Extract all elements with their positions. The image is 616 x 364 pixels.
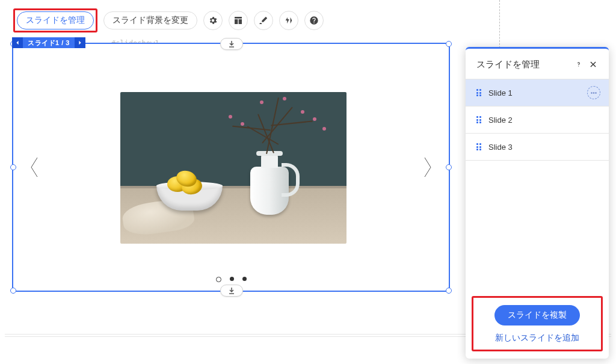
- slideshow-selection[interactable]: [12, 43, 450, 292]
- slide-indicator-label: スライド1 / 3: [23, 39, 75, 48]
- chevron-right-icon: [421, 155, 434, 179]
- stretch-top-button[interactable]: [220, 38, 243, 50]
- download-icon: [228, 40, 235, 48]
- chevron-left-icon: [28, 155, 41, 179]
- ellipsis-icon: [591, 92, 597, 94]
- help-icon: [309, 16, 319, 25]
- drag-handle-icon[interactable]: [476, 89, 482, 96]
- resize-handle-ml[interactable]: [10, 164, 16, 170]
- resize-handle-br[interactable]: [446, 288, 452, 294]
- carousel-prev-button[interactable]: [28, 155, 41, 179]
- slide-item-2[interactable]: Slide 2: [466, 106, 609, 134]
- dot-1[interactable]: [216, 277, 221, 282]
- animation-icon: [284, 16, 294, 25]
- slide-name: Slide 3: [488, 143, 600, 152]
- manage-slides-button[interactable]: スライドを管理: [17, 11, 94, 29]
- slide-more-button[interactable]: [587, 86, 600, 99]
- slide-list: Slide 1 Slide 2 Slide 3: [466, 79, 609, 161]
- slide-name: Slide 2: [488, 116, 600, 125]
- layout-icon: [233, 16, 243, 25]
- change-background-button[interactable]: スライド背景を変更: [103, 11, 197, 29]
- slide-item-3[interactable]: Slide 3: [466, 134, 609, 161]
- svg-point-3: [593, 92, 594, 93]
- slide-image: [120, 92, 346, 244]
- resize-handle-tr[interactable]: [446, 41, 452, 47]
- chevron-left-icon: [15, 40, 20, 45]
- stretch-bottom-button[interactable]: [220, 285, 243, 297]
- slide-item-1[interactable]: Slide 1: [466, 79, 609, 106]
- prev-slide-button[interactable]: [12, 37, 23, 48]
- panel-help-button[interactable]: [571, 57, 586, 72]
- chevron-right-icon: [78, 40, 82, 45]
- animation-icon-button[interactable]: [279, 11, 298, 30]
- duplicate-slide-button[interactable]: スライドを複製: [494, 305, 580, 325]
- next-slide-button[interactable]: [75, 37, 85, 48]
- dot-3[interactable]: [242, 277, 247, 281]
- layout-icon-button[interactable]: [229, 11, 248, 30]
- panel-footer-callout: スライドを複製 新しいスライドを追加: [472, 296, 603, 351]
- drag-handle-icon[interactable]: [476, 116, 482, 123]
- design-icon-button[interactable]: [254, 11, 273, 30]
- manage-slides-callout: スライドを管理: [13, 8, 97, 32]
- gear-icon: [208, 16, 218, 25]
- help-icon-button[interactable]: [304, 11, 324, 30]
- slide-indicator: スライド1 / 3: [12, 37, 85, 48]
- resize-handle-bl[interactable]: [10, 288, 16, 294]
- manage-slides-panel: スライドを管理 Slide 1 Slide 2 Slide 3 スライドを複製 …: [466, 47, 609, 359]
- drag-handle-icon[interactable]: [476, 143, 482, 150]
- svg-point-1: [578, 66, 579, 66]
- resize-handle-mr[interactable]: [446, 164, 452, 170]
- help-icon: [574, 60, 583, 69]
- download-icon: [228, 287, 235, 294]
- svg-point-2: [591, 92, 592, 93]
- carousel-next-button[interactable]: [421, 155, 434, 179]
- brush-icon: [259, 16, 268, 25]
- panel-title: スライドを管理: [476, 59, 571, 70]
- close-icon: [589, 60, 597, 69]
- dot-2[interactable]: [230, 277, 234, 281]
- alignment-guide: [499, 0, 500, 51]
- pagination-dots: [13, 277, 449, 282]
- add-new-slide-link[interactable]: 新しいスライドを追加: [495, 333, 579, 344]
- panel-close-button[interactable]: [586, 57, 600, 72]
- svg-point-4: [595, 92, 596, 93]
- settings-icon-button[interactable]: [203, 11, 223, 30]
- slide-name: Slide 1: [488, 88, 581, 97]
